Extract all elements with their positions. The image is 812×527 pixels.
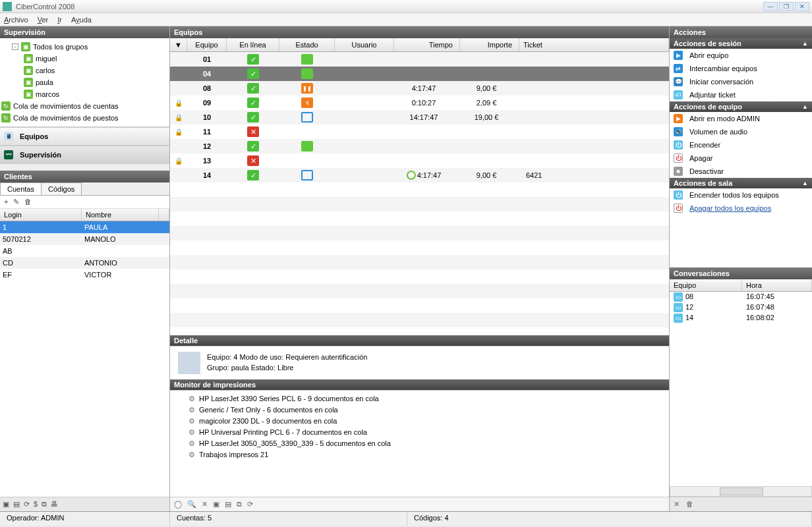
equipo-row[interactable]: 04 ✓	[170, 67, 669, 81]
tb-icon[interactable]: ⟳	[247, 500, 253, 509]
state-free-icon	[301, 69, 313, 79]
cliente-row[interactable]: EFVICTOR	[0, 269, 169, 281]
action-desactivar[interactable]: ■Desactivar	[670, 165, 812, 178]
conversation-row[interactable]: ▭1416:08:02	[670, 313, 812, 323]
tb-icon[interactable]: 🔍	[187, 500, 196, 509]
col-nombre[interactable]: Nombre	[82, 209, 159, 221]
power-off-icon: ⏻	[674, 153, 683, 163]
tb-icon[interactable]: ⟳	[24, 500, 30, 509]
tab-codigos[interactable]: Códigos	[41, 182, 82, 195]
minimize-button[interactable]: —	[763, 2, 778, 11]
col-usuario[interactable]: Usuario	[335, 38, 394, 51]
equipo-row-empty	[170, 313, 669, 327]
monitor-icon: 🖥	[4, 132, 13, 141]
acciones-equipo-header[interactable]: Acciones de equipo▲	[670, 101, 812, 112]
close-conv-button[interactable]: ✕	[674, 500, 680, 509]
queue-cuentas[interactable]: ↻Cola de movimientos de cuentas	[1, 100, 168, 112]
conversation-row[interactable]: ▭1216:07:48	[670, 302, 812, 313]
printer-row[interactable]: HP LaserJet 3050_3055_3390_339 - 5 docum…	[175, 438, 664, 449]
col-importe[interactable]: Importe	[460, 38, 519, 51]
state-open-icon	[301, 170, 313, 180]
printer-row[interactable]: magicolor 2300 DL - 9 documentos en cola	[175, 416, 664, 427]
equipo-row[interactable]: 🔒 10 ✓ 14:17:47 19,00 €	[170, 110, 669, 125]
equipo-row[interactable]: 🔒 09 ✓ ↯ 0:10:27 2,09 €	[170, 96, 669, 110]
action-intercambiar[interactable]: ⇄Intercambiar equipos	[670, 62, 812, 75]
acciones-sala-header[interactable]: Acciones de sala▲	[670, 178, 812, 188]
tree-group[interactable]: ▣marcos	[1, 88, 168, 100]
menu-archivo[interactable]: Archivo	[4, 16, 28, 24]
add-button[interactable]: +	[4, 198, 8, 206]
equipos-grid: 01 ✓ 04 ✓ 08 ✓ ❚❚ 4:17:47 9,00 €	[170, 52, 669, 335]
action-encender-todos[interactable]: ⏻Encender todos los equipos	[670, 188, 812, 202]
lock-icon: 🔒	[175, 99, 183, 107]
col-tiempo[interactable]: Tiempo	[394, 38, 460, 51]
tb-icon[interactable]: ▤	[13, 500, 20, 509]
col-sort[interactable]: ▼	[170, 38, 187, 51]
col-login[interactable]: Login	[0, 209, 82, 221]
col-equipo[interactable]: Equipo	[187, 38, 227, 51]
statusbar: Operador: ADMIN Cuentas: 5 Códigos: 4	[0, 511, 812, 526]
printer-row[interactable]: Generic / Text Only - 6 documentos en co…	[175, 404, 664, 416]
col-estado[interactable]: Estado	[279, 38, 335, 51]
cliente-row[interactable]: CDANTONIO	[0, 257, 169, 269]
action-apagar[interactable]: ⏻Apagar	[670, 152, 812, 165]
action-volumen[interactable]: 🔊Volumen de audio	[670, 125, 812, 138]
printer-row[interactable]: HP Universal Printing PCL 6 - 7 document…	[175, 427, 664, 438]
col-conv-hora[interactable]: Hora	[742, 279, 812, 291]
equipo-row[interactable]: 01 ✓	[170, 52, 669, 67]
equipo-row[interactable]: 14 ✓ 4:17:47 9,00 € 6421	[170, 168, 669, 182]
action-abrir-equipo[interactable]: ▶Abrir equipo	[670, 49, 812, 62]
col-ticket[interactable]: Ticket	[519, 38, 669, 51]
cliente-row[interactable]: 1PAULA	[0, 221, 169, 233]
cliente-row[interactable]: AB	[0, 245, 169, 257]
tb-icon[interactable]: $	[34, 500, 38, 509]
action-abrir-admin[interactable]: ▶Abrir en modo ADMIN	[670, 112, 812, 125]
equipo-row-empty	[170, 255, 669, 269]
equipo-row-empty	[170, 269, 669, 284]
tree-root[interactable]: -▣Todos los grupos	[1, 41, 168, 53]
action-apagar-todos[interactable]: ⏻Apagar todos los equipos	[670, 202, 812, 215]
tb-icon[interactable]: ✕	[202, 500, 208, 509]
tb-icon[interactable]: ▤	[225, 500, 231, 509]
equipo-row[interactable]: 🔒 11 ✕	[170, 125, 669, 139]
scrollbar-horizontal[interactable]	[670, 486, 812, 497]
tb-icon[interactable]: ⧉	[237, 500, 242, 509]
equipo-row[interactable]: 🔒 13 ✕	[170, 153, 669, 168]
tab-cuentas[interactable]: Cuentas	[0, 182, 42, 195]
queue-puestos[interactable]: ↻Cola de movimientos de puestos	[1, 112, 168, 124]
power-on-icon: ⏻	[674, 140, 683, 150]
printer-row[interactable]: Trabajos impresos 21	[175, 449, 664, 460]
tb-icon[interactable]: ⧉	[42, 500, 47, 509]
tree-group[interactable]: ▣carlos	[1, 65, 168, 76]
printer-row[interactable]: HP LaserJet 3390 Series PCL 6 - 9 docume…	[175, 393, 664, 404]
app-icon	[3, 2, 12, 11]
menu-ir[interactable]: Ir	[57, 16, 62, 24]
nav-equipos[interactable]: 🖥Equipos	[0, 127, 169, 146]
menu-ver[interactable]: Ver	[38, 16, 49, 24]
tb-icon[interactable]: ◯	[174, 500, 182, 509]
supervision-header: Supervisión	[0, 26, 169, 38]
acciones-sesion-header[interactable]: Acciones de sesión▲	[670, 38, 812, 49]
delete-button[interactable]: 🗑	[24, 198, 32, 206]
equipo-row[interactable]: 08 ✓ ❚❚ 4:17:47 9,00 €	[170, 81, 669, 96]
col-enlinea[interactable]: En línea	[227, 38, 279, 51]
tb-icon[interactable]: ▣	[213, 500, 219, 509]
col-conv-equipo[interactable]: Equipo	[670, 279, 742, 291]
cliente-row[interactable]: 5070212MANOLO	[0, 233, 169, 245]
restore-button[interactable]: ❐	[779, 2, 794, 11]
tb-icon[interactable]: 🖶	[51, 500, 58, 509]
equipo-row[interactable]: 12 ✓	[170, 139, 669, 153]
action-adjuntar-ticket[interactable]: 🏷Adjuntar ticket	[670, 88, 812, 101]
edit-button[interactable]: ✎	[13, 198, 19, 206]
delete-conv-button[interactable]: 🗑	[686, 500, 693, 509]
action-encender[interactable]: ⏻Encender	[670, 138, 812, 152]
menu-ayuda[interactable]: Ayuda	[71, 16, 92, 24]
tree-group[interactable]: ▣paula	[1, 76, 168, 88]
tree-group[interactable]: ▣miguel	[1, 53, 168, 65]
swap-icon: ⇄	[674, 64, 683, 73]
close-button[interactable]: ✕	[795, 2, 809, 11]
action-iniciar-conv[interactable]: 💬Iniciar conversación	[670, 75, 812, 88]
tb-icon[interactable]: ▣	[3, 500, 9, 509]
nav-supervision[interactable]: 〰Supervisión	[0, 146, 169, 164]
conversation-row[interactable]: ▭0816:07:45	[670, 292, 812, 302]
